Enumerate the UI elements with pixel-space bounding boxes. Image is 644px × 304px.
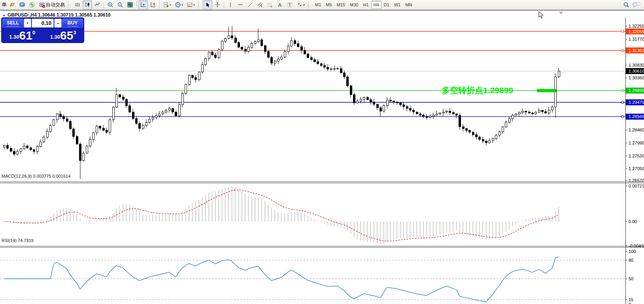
- toolbar-grip[interactable]: [308, 1, 311, 8]
- candle: [383, 106, 385, 111]
- annotation-segment[interactable]: [537, 89, 556, 92]
- search-icon[interactable]: [623, 2, 630, 8]
- candle: [347, 77, 349, 86]
- timeframe-m1[interactable]: M1: [313, 1, 323, 9]
- line-chart-type-button[interactable]: [93, 0, 102, 9]
- line-handle[interactable]: [621, 49, 623, 51]
- candle: [136, 118, 138, 124]
- cursor-button[interactable]: [203, 0, 212, 9]
- chart-shift-button[interactable]: [148, 0, 158, 9]
- candle: [30, 148, 32, 150]
- zoom-out-button[interactable]: [115, 0, 125, 9]
- periods-button[interactable]: ▾: [173, 0, 185, 9]
- sell-price-small: 1.30: [9, 34, 19, 40]
- candle: [403, 105, 405, 107]
- arrows-button[interactable]: ▾: [295, 0, 306, 9]
- dropdown-arrow-icon: ▾: [170, 3, 171, 7]
- toolbar-grip[interactable]: [68, 1, 71, 8]
- bar-chart-type-button[interactable]: [73, 0, 82, 9]
- collapse-panel-icon[interactable]: ▲: [2, 13, 6, 17]
- chart-title-text: GBPUSD-,H4 1.30646 1.30715 1.30565 1.306…: [8, 12, 111, 18]
- chat-icon[interactable]: [632, 2, 641, 8]
- trendline-button[interactable]: [246, 0, 255, 9]
- timeframe-m5[interactable]: M5: [323, 1, 334, 9]
- candle: [73, 129, 75, 136]
- ledger-icon: [9, 2, 15, 8]
- candle: [17, 152, 19, 154]
- candle: [423, 115, 425, 116]
- timeframe-h4[interactable]: H4: [371, 1, 381, 9]
- candle: [37, 147, 39, 152]
- price-tick-label: 1.32250: [629, 24, 644, 28]
- terminal-button[interactable]: [17, 0, 27, 9]
- candlestick-chart-type-button[interactable]: [83, 0, 92, 9]
- signals-button[interactable]: [27, 0, 37, 9]
- candle: [525, 111, 527, 112]
- indicators-button[interactable]: ▾: [161, 0, 173, 9]
- templates-button[interactable]: ▾: [185, 0, 196, 9]
- candle: [482, 139, 484, 141]
- volume-decrease-button[interactable]: ▼: [24, 19, 31, 28]
- candle: [429, 116, 431, 117]
- candle: [519, 113, 521, 114]
- candle: [499, 132, 501, 135]
- candle: [4, 145, 6, 147]
- zoom-in-button[interactable]: [106, 0, 115, 9]
- cursor-icon: [204, 2, 211, 8]
- sell-button[interactable]: SELL: [2, 19, 23, 28]
- toolbar: 单 自动交易: [0, 0, 644, 10]
- equidistant-channel-button[interactable]: E: [255, 0, 265, 9]
- svg-text:T: T: [289, 3, 291, 7]
- tile-windows-button[interactable]: [125, 0, 135, 9]
- timeframe-w1[interactable]: W1: [392, 1, 403, 9]
- candle: [212, 52, 213, 55]
- chart-window[interactable]: 1.322501.317701.308301.303601.284601.279…: [0, 10, 644, 304]
- candle: [459, 115, 461, 127]
- one-click-trading-panel: SELL ▼ 0.10 ▲ BUY 1.30610 1.30653: [2, 18, 84, 43]
- timeframe-mn[interactable]: MN: [403, 1, 414, 9]
- candle: [159, 114, 161, 116]
- candle: [284, 52, 286, 57]
- charts-button[interactable]: [8, 0, 17, 9]
- volume-input[interactable]: 0.10: [32, 19, 54, 28]
- svg-text:E: E: [261, 5, 263, 8]
- candle: [443, 112, 445, 113]
- candle: [529, 112, 531, 113]
- candle: [23, 146, 25, 149]
- candle: [515, 114, 517, 115]
- chart-canvas[interactable]: 1.322501.317701.308301.303601.284601.279…: [0, 10, 644, 304]
- vertical-line-button[interactable]: [226, 0, 235, 9]
- candle: [109, 120, 111, 132]
- text-label-button[interactable]: T: [285, 0, 295, 9]
- candle: [294, 41, 296, 44]
- buy-price-display[interactable]: 1.30653: [43, 28, 83, 41]
- candle: [225, 38, 227, 41]
- line-handle[interactable]: [621, 116, 623, 118]
- line-handle[interactable]: [621, 101, 623, 103]
- annotation-text[interactable]: 多空转折点1.29899: [442, 86, 513, 95]
- fibonacci-button[interactable]: F: [265, 0, 275, 9]
- new-order-button[interactable]: 单: [1, 0, 7, 9]
- candle: [139, 124, 141, 129]
- candle: [149, 119, 151, 122]
- text-button[interactable]: A: [275, 0, 285, 9]
- candle: [129, 106, 131, 112]
- candle: [472, 132, 474, 135]
- timeframe-m15[interactable]: M15: [334, 1, 347, 9]
- horizontal-line-button[interactable]: [236, 0, 245, 9]
- auto-scroll-button[interactable]: [138, 0, 148, 9]
- svg-text:F: F: [271, 6, 272, 8]
- line-handle[interactable]: [621, 90, 623, 92]
- buy-button[interactable]: BUY: [62, 19, 83, 28]
- timeframe-h1[interactable]: H1: [361, 1, 371, 9]
- line-handle[interactable]: [621, 30, 623, 32]
- toolbar-grip[interactable]: [198, 1, 201, 8]
- crosshair-button[interactable]: [213, 0, 222, 9]
- autotrading-button[interactable]: 自动交易: [37, 0, 66, 9]
- sell-price-display[interactable]: 1.30610: [2, 28, 42, 41]
- candle: [43, 137, 45, 142]
- timeframe-d1[interactable]: D1: [381, 1, 392, 9]
- volume-increase-button[interactable]: ▲: [54, 19, 62, 28]
- timeframe-m30[interactable]: M30: [347, 1, 361, 9]
- candle: [89, 139, 91, 146]
